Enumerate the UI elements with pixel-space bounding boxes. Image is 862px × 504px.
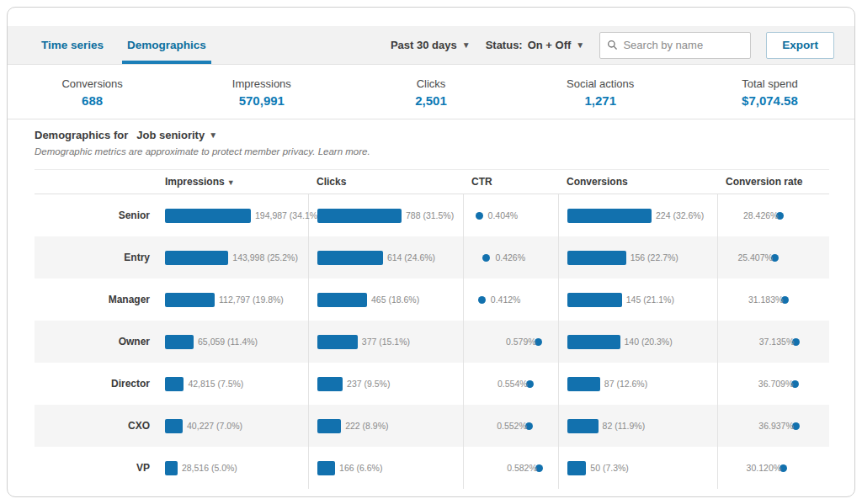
analytics-card: Time series Demographics Past 30 days ▼ … xyxy=(7,7,855,497)
ctr-dot xyxy=(482,254,490,262)
date-range-value: Past 30 days xyxy=(391,39,457,51)
metric-value: 570,991 xyxy=(239,93,285,108)
conversions-cell: 156 (22.7%) xyxy=(558,236,717,279)
conversions-bar xyxy=(567,209,652,223)
conversions-bar xyxy=(567,419,599,433)
clicks-cell: 465 (18.6%) xyxy=(308,279,463,321)
category-cell: VP xyxy=(35,447,157,489)
status-dropdown[interactable]: On + Off ▼ xyxy=(528,39,585,51)
impressions-bar xyxy=(165,377,184,391)
metric-label: Conversions xyxy=(61,77,122,90)
category-cell: Entry xyxy=(35,236,157,279)
status-label: Status: xyxy=(486,39,523,51)
category-cell: Manager xyxy=(35,279,157,321)
ctr-cell: 0.582% xyxy=(463,447,558,489)
learn-more-link[interactable]: Learn more. xyxy=(318,146,370,157)
privacy-note: Demographic metrics are approximate to p… xyxy=(35,146,370,157)
conversions-column-header[interactable]: Conversions xyxy=(558,176,717,188)
category-label: Manager xyxy=(35,294,157,305)
conversion-rate-value: 30.120% xyxy=(747,463,781,473)
conversions-value: 87 (12.6%) xyxy=(604,379,647,389)
metric-label: Clicks xyxy=(417,77,446,90)
ctr-value: 0.426% xyxy=(495,252,525,263)
conversions-value: 140 (20.3%) xyxy=(625,337,673,347)
clicks-bar xyxy=(317,209,402,223)
ctr-value: 0.582% xyxy=(507,463,537,473)
search-input[interactable] xyxy=(623,39,743,51)
table-row: Manager112,797 (19.8%)465 (18.6%)0.412%1… xyxy=(35,279,829,321)
conversions-cell: 82 (11.9%) xyxy=(558,405,717,447)
category-label: Director xyxy=(35,378,157,390)
ctr-cell: 0.579% xyxy=(463,321,558,363)
clicks-cell: 166 (6.6%) xyxy=(308,447,463,489)
impressions-cell: 112,797 (19.8%) xyxy=(157,279,308,321)
metric-social-actions: Social actions 1,271 xyxy=(516,66,685,119)
table-row: Owner65,059 (11.4%)377 (15.1%)0.579%140 … xyxy=(35,321,829,363)
clicks-value: 166 (6.6%) xyxy=(339,463,382,473)
metric-value: 688 xyxy=(82,93,103,108)
tab-time-series[interactable]: Time series xyxy=(29,26,115,64)
ctr-cell: 0.404% xyxy=(463,194,558,236)
metric-total-spend: Total spend $7,074.58 xyxy=(685,66,854,119)
dimension-dropdown[interactable]: Job seniority ▼ xyxy=(136,129,217,141)
ctr-value: 0.579% xyxy=(506,337,536,347)
category-label: CXO xyxy=(35,420,157,432)
metric-conversions: Conversions 688 xyxy=(8,66,177,119)
conversions-value: 82 (11.9%) xyxy=(603,421,646,431)
conversions-value: 50 (7.3%) xyxy=(590,463,629,473)
ctr-value: 0.412% xyxy=(491,294,521,305)
conversions-cell: 145 (21.1%) xyxy=(558,279,717,321)
conversion-rate-value: 36.937% xyxy=(758,421,793,431)
tab-demographics[interactable]: Demographics xyxy=(115,26,218,64)
conversions-cell: 224 (32.6%) xyxy=(558,194,717,236)
metric-label: Total spend xyxy=(742,77,798,90)
ctr-cell: 0.426% xyxy=(463,236,558,279)
clicks-value: 377 (15.1%) xyxy=(362,337,410,347)
ctr-cell: 0.554% xyxy=(463,363,558,405)
table-row: CXO40,227 (7.0%)222 (8.9%)0.552%82 (11.9… xyxy=(35,405,829,447)
ctr-dot xyxy=(478,296,486,304)
clicks-value: 237 (9.5%) xyxy=(347,379,390,389)
conversions-bar xyxy=(567,335,620,349)
conversion-rate-cell: 30.120% xyxy=(717,447,829,489)
ctr-column-header[interactable]: CTR xyxy=(463,176,558,188)
table-row: Entry143,998 (25.2%)614 (24.6%)0.426%156… xyxy=(35,236,829,279)
clicks-cell: 788 (31.5%) xyxy=(308,194,463,236)
export-button[interactable]: Export xyxy=(766,32,834,59)
conversions-cell: 140 (20.3%) xyxy=(558,321,717,363)
impressions-cell: 194,987 (34.1%) xyxy=(157,194,308,236)
clicks-value: 465 (18.6%) xyxy=(371,294,419,305)
clicks-bar xyxy=(317,335,358,349)
conversions-bar xyxy=(567,251,626,265)
table-row: VP28,516 (5.0%)166 (6.6%)0.582%50 (7.3%)… xyxy=(35,447,829,489)
impressions-value: 112,797 (19.8%) xyxy=(219,294,284,305)
clicks-cell: 222 (8.9%) xyxy=(308,405,463,447)
demographics-table: Impressions▼ Clicks CTR Conversions Conv… xyxy=(35,169,829,489)
metric-label: Impressions xyxy=(232,77,291,90)
conversion-rate-column-header[interactable]: Conversion rate xyxy=(717,176,829,188)
demographics-header: Demographics for Job seniority ▼ Demogra… xyxy=(35,129,370,157)
clicks-bar xyxy=(317,377,343,391)
clicks-column-header[interactable]: Clicks xyxy=(308,176,463,188)
impressions-bar xyxy=(165,293,215,307)
impressions-bar xyxy=(165,335,194,349)
category-label: Senior xyxy=(35,210,157,221)
date-range-dropdown[interactable]: Past 30 days ▼ xyxy=(391,39,471,51)
conversion-rate-value: 37.135% xyxy=(759,337,794,347)
toolbar: Past 30 days ▼ Status: On + Off ▼ Export xyxy=(391,32,854,59)
clicks-bar xyxy=(317,419,341,433)
metric-clicks: Clicks 2,501 xyxy=(346,66,515,119)
clicks-cell: 237 (9.5%) xyxy=(308,363,463,405)
category-cell: Owner xyxy=(35,321,157,363)
conversion-rate-cell: 25.407% xyxy=(717,236,829,279)
impressions-value: 143,998 (25.2%) xyxy=(232,252,298,263)
conversions-bar xyxy=(567,377,600,391)
clicks-bar xyxy=(317,293,367,307)
search-box xyxy=(599,32,751,59)
dimension-value: Job seniority xyxy=(136,129,205,141)
demographics-for-label: Demographics for xyxy=(35,129,128,141)
search-icon xyxy=(607,39,618,51)
category-label: Entry xyxy=(35,252,157,263)
impressions-column-header[interactable]: Impressions▼ xyxy=(157,176,308,188)
category-label: VP xyxy=(35,462,157,474)
